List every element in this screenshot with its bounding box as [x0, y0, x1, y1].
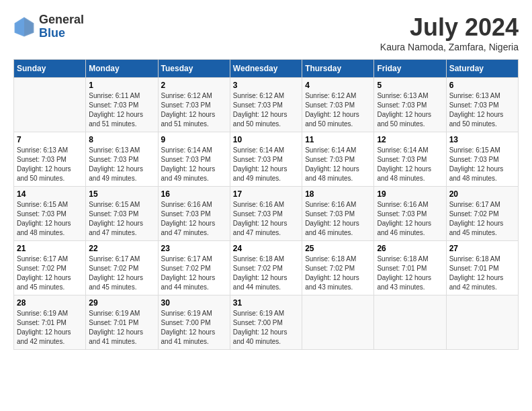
calendar-row-2: 14Sunrise: 6:15 AMSunset: 7:03 PMDayligh…	[14, 187, 519, 241]
logo-blue: Blue	[39, 26, 65, 40]
day-info: Sunrise: 6:13 AMSunset: 7:03 PMDaylight:…	[377, 91, 443, 129]
header-row: Sunday Monday Tuesday Wednesday Thursday…	[14, 60, 519, 78]
logo-text: General Blue	[39, 13, 84, 40]
month-title: July 2024	[380, 13, 519, 42]
calendar-cell-1-5: 12Sunrise: 6:14 AMSunset: 7:03 PMDayligh…	[374, 132, 446, 187]
day-info: Sunrise: 6:19 AMSunset: 7:01 PMDaylight:…	[17, 309, 83, 347]
calendar-cell-0-3: 3Sunrise: 6:12 AMSunset: 7:03 PMDaylight…	[230, 78, 302, 132]
calendar-table: Sunday Monday Tuesday Wednesday Thursday…	[13, 59, 519, 350]
day-number: 13	[449, 135, 515, 144]
day-number: 14	[17, 189, 83, 199]
calendar-cell-1-0: 7Sunrise: 6:13 AMSunset: 7:03 PMDaylight…	[14, 132, 86, 187]
day-number: 1	[89, 81, 154, 90]
calendar-row-3: 21Sunrise: 6:17 AMSunset: 7:02 PMDayligh…	[14, 241, 519, 295]
calendar-cell-2-2: 16Sunrise: 6:16 AMSunset: 7:03 PMDayligh…	[158, 187, 230, 241]
calendar-cell-4-3: 31Sunrise: 6:19 AMSunset: 7:00 PMDayligh…	[230, 295, 302, 350]
logo: General Blue	[13, 13, 84, 40]
day-info: Sunrise: 6:12 AMSunset: 7:03 PMDaylight:…	[233, 91, 299, 129]
day-info: Sunrise: 6:17 AMSunset: 7:02 PMDaylight:…	[449, 200, 515, 238]
svg-marker-2	[15, 17, 24, 36]
day-info: Sunrise: 6:14 AMSunset: 7:03 PMDaylight:…	[305, 146, 371, 183]
day-number: 17	[233, 189, 299, 199]
calendar-row-0: 1Sunrise: 6:11 AMSunset: 7:03 PMDaylight…	[14, 78, 519, 132]
calendar-cell-0-1: 1Sunrise: 6:11 AMSunset: 7:03 PMDaylight…	[86, 78, 158, 132]
calendar-cell-3-3: 24Sunrise: 6:18 AMSunset: 7:02 PMDayligh…	[230, 241, 302, 295]
calendar-cell-4-2: 30Sunrise: 6:19 AMSunset: 7:00 PMDayligh…	[158, 295, 230, 350]
day-number: 11	[305, 135, 371, 144]
logo-icon	[13, 16, 35, 38]
logo-general: General	[39, 13, 84, 26]
day-number: 21	[17, 244, 83, 253]
day-number: 15	[89, 189, 154, 199]
day-info: Sunrise: 6:13 AMSunset: 7:03 PMDaylight:…	[17, 146, 83, 183]
calendar-cell-4-4	[302, 295, 374, 350]
day-info: Sunrise: 6:15 AMSunset: 7:03 PMDaylight:…	[17, 200, 83, 238]
header-friday: Friday	[374, 60, 446, 78]
day-info: Sunrise: 6:19 AMSunset: 7:00 PMDaylight:…	[161, 309, 227, 347]
calendar-row-1: 7Sunrise: 6:13 AMSunset: 7:03 PMDaylight…	[14, 132, 519, 187]
day-info: Sunrise: 6:18 AMSunset: 7:02 PMDaylight:…	[305, 255, 371, 292]
day-number: 27	[449, 244, 515, 253]
day-info: Sunrise: 6:14 AMSunset: 7:03 PMDaylight:…	[161, 146, 227, 183]
day-number: 9	[161, 135, 227, 144]
day-number: 29	[89, 298, 154, 308]
calendar-cell-0-0	[14, 78, 86, 132]
calendar-cell-1-3: 10Sunrise: 6:14 AMSunset: 7:03 PMDayligh…	[230, 132, 302, 187]
calendar-cell-3-1: 22Sunrise: 6:17 AMSunset: 7:02 PMDayligh…	[86, 241, 158, 295]
calendar-cell-0-6: 6Sunrise: 6:13 AMSunset: 7:03 PMDaylight…	[446, 78, 518, 132]
calendar-cell-2-0: 14Sunrise: 6:15 AMSunset: 7:03 PMDayligh…	[14, 187, 86, 241]
day-number: 2	[161, 81, 227, 90]
day-number: 25	[305, 244, 371, 253]
day-info: Sunrise: 6:18 AMSunset: 7:02 PMDaylight:…	[233, 255, 299, 292]
calendar-cell-3-5: 26Sunrise: 6:18 AMSunset: 7:01 PMDayligh…	[374, 241, 446, 295]
calendar-cell-0-5: 5Sunrise: 6:13 AMSunset: 7:03 PMDaylight…	[374, 78, 446, 132]
day-number: 28	[17, 298, 83, 308]
day-info: Sunrise: 6:16 AMSunset: 7:03 PMDaylight:…	[233, 200, 299, 238]
calendar-cell-1-1: 8Sunrise: 6:13 AMSunset: 7:03 PMDaylight…	[86, 132, 158, 187]
calendar-header: Sunday Monday Tuesday Wednesday Thursday…	[14, 60, 519, 78]
day-info: Sunrise: 6:14 AMSunset: 7:03 PMDaylight:…	[233, 146, 299, 183]
day-info: Sunrise: 6:17 AMSunset: 7:02 PMDaylight:…	[17, 255, 83, 292]
day-info: Sunrise: 6:18 AMSunset: 7:01 PMDaylight:…	[449, 255, 515, 292]
calendar-cell-4-1: 29Sunrise: 6:19 AMSunset: 7:01 PMDayligh…	[86, 295, 158, 350]
day-number: 30	[161, 298, 227, 308]
page-header: General Blue July 2024 Kaura Namoda, Zam…	[13, 13, 519, 52]
day-number: 22	[89, 244, 154, 253]
day-info: Sunrise: 6:15 AMSunset: 7:03 PMDaylight:…	[89, 200, 154, 238]
calendar-cell-0-2: 2Sunrise: 6:12 AMSunset: 7:03 PMDaylight…	[158, 78, 230, 132]
calendar-cell-2-6: 20Sunrise: 6:17 AMSunset: 7:02 PMDayligh…	[446, 187, 518, 241]
header-sunday: Sunday	[14, 60, 86, 78]
calendar-cell-2-4: 18Sunrise: 6:16 AMSunset: 7:03 PMDayligh…	[302, 187, 374, 241]
title-block: July 2024 Kaura Namoda, Zamfara, Nigeria	[380, 13, 519, 52]
header-wednesday: Wednesday	[230, 60, 302, 78]
calendar-cell-1-4: 11Sunrise: 6:14 AMSunset: 7:03 PMDayligh…	[302, 132, 374, 187]
day-info: Sunrise: 6:14 AMSunset: 7:03 PMDaylight:…	[377, 146, 443, 183]
day-number: 31	[233, 298, 299, 308]
calendar-cell-3-2: 23Sunrise: 6:17 AMSunset: 7:02 PMDayligh…	[158, 241, 230, 295]
day-info: Sunrise: 6:12 AMSunset: 7:03 PMDaylight:…	[161, 91, 227, 129]
header-thursday: Thursday	[302, 60, 374, 78]
day-info: Sunrise: 6:13 AMSunset: 7:03 PMDaylight:…	[89, 146, 154, 183]
day-number: 23	[161, 244, 227, 253]
day-number: 10	[233, 135, 299, 144]
day-number: 24	[233, 244, 299, 253]
calendar-row-4: 28Sunrise: 6:19 AMSunset: 7:01 PMDayligh…	[14, 295, 519, 350]
header-tuesday: Tuesday	[158, 60, 230, 78]
calendar-cell-4-6	[446, 295, 518, 350]
day-number: 6	[449, 81, 515, 90]
calendar-cell-2-3: 17Sunrise: 6:16 AMSunset: 7:03 PMDayligh…	[230, 187, 302, 241]
calendar-cell-4-5	[374, 295, 446, 350]
calendar-cell-4-0: 28Sunrise: 6:19 AMSunset: 7:01 PMDayligh…	[14, 295, 86, 350]
day-info: Sunrise: 6:19 AMSunset: 7:01 PMDaylight:…	[89, 309, 154, 347]
calendar-cell-1-2: 9Sunrise: 6:14 AMSunset: 7:03 PMDaylight…	[158, 132, 230, 187]
svg-marker-1	[24, 17, 34, 36]
day-number: 20	[449, 189, 515, 199]
day-info: Sunrise: 6:12 AMSunset: 7:03 PMDaylight:…	[305, 91, 371, 129]
calendar-cell-1-6: 13Sunrise: 6:15 AMSunset: 7:03 PMDayligh…	[446, 132, 518, 187]
day-number: 7	[17, 135, 83, 144]
day-number: 8	[89, 135, 154, 144]
day-info: Sunrise: 6:17 AMSunset: 7:02 PMDaylight:…	[161, 255, 227, 292]
day-number: 16	[161, 189, 227, 199]
day-number: 3	[233, 81, 299, 90]
day-info: Sunrise: 6:16 AMSunset: 7:03 PMDaylight:…	[161, 200, 227, 238]
